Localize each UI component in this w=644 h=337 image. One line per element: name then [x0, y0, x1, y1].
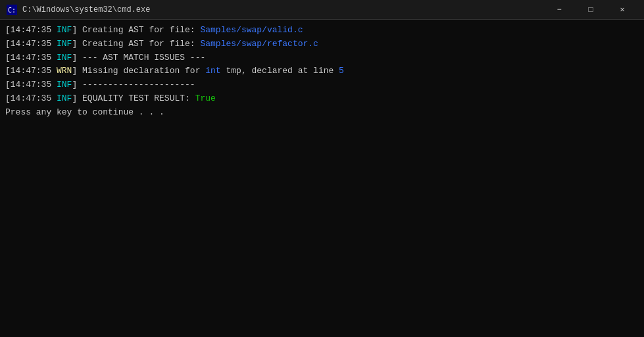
svg-text:C:: C:: [8, 7, 16, 14]
terminal-text: INF: [57, 53, 72, 63]
terminal-text: Press any key to continue . . .: [5, 107, 164, 117]
terminal-text: ] Creating AST for file:: [72, 25, 200, 35]
terminal-text: ] --- AST MATCH ISSUES ---: [72, 53, 205, 63]
terminal-line: Press any key to continue . . .: [5, 106, 639, 120]
window-controls: − □ ✕: [544, 0, 637, 20]
terminal-text: int: [205, 66, 220, 76]
window-title: C:\Windows\system32\cmd.exe: [22, 5, 150, 14]
terminal-text: True: [195, 93, 216, 103]
title-bar-left: C: C:\Windows\system32\cmd.exe: [7, 5, 150, 15]
terminal-body: [14:47:35 INF] Creating AST for file: Sa…: [0, 20, 644, 337]
terminal-text: ] Missing declaration for: [72, 66, 205, 76]
terminal-text: [14:47:35: [5, 93, 57, 103]
title-bar: C: C:\Windows\system32\cmd.exe − □ ✕: [0, 0, 644, 20]
terminal-line: [14:47:35 INF] --- AST MATCH ISSUES ---: [5, 51, 639, 65]
terminal-line: [14:47:35 INF] EQUALITY TEST RESULT: Tru…: [5, 92, 639, 106]
terminal-text: tmp, declared at line: [221, 66, 339, 76]
terminal-text: 5: [339, 66, 344, 76]
maximize-button[interactable]: □: [576, 0, 606, 20]
terminal-text: ] ----------------------: [72, 80, 195, 90]
terminal-text: INF: [57, 80, 72, 90]
terminal-text: INF: [57, 93, 72, 103]
terminal-text: WRN: [57, 66, 72, 76]
terminal-line: [14:47:35 INF] ----------------------: [5, 78, 639, 92]
terminal-text: [14:47:35: [5, 66, 57, 76]
terminal-text: Samples/swap/refactor.c: [200, 39, 318, 49]
terminal-text: [14:47:35: [5, 53, 57, 63]
terminal-text: [14:47:35: [5, 25, 57, 35]
minimize-button[interactable]: −: [544, 0, 574, 20]
terminal-text: [14:47:35: [5, 80, 57, 90]
close-button[interactable]: ✕: [607, 0, 637, 20]
terminal-text: INF: [57, 39, 72, 49]
terminal-text: INF: [57, 25, 72, 35]
terminal-text: ] Creating AST for file:: [72, 39, 200, 49]
terminal-text: ] EQUALITY TEST RESULT:: [72, 93, 195, 103]
terminal-text: [14:47:35: [5, 39, 57, 49]
cmd-icon: C:: [7, 5, 17, 15]
terminal-line: [14:47:35 WRN] Missing declaration for i…: [5, 65, 639, 78]
terminal-line: [14:47:35 INF] Creating AST for file: Sa…: [5, 24, 639, 38]
terminal-line: [14:47:35 INF] Creating AST for file: Sa…: [5, 38, 639, 51]
terminal-text: Samples/swap/valid.c: [200, 25, 303, 35]
